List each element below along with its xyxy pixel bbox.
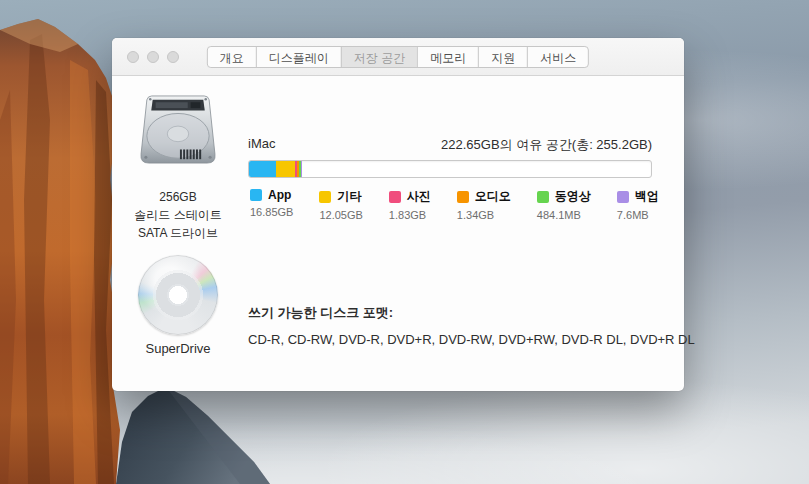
legend-swatch: [537, 191, 549, 203]
storage-legend: App16.85GB기타12.05GB사진1.83GB오디오1.34GB동영상4…: [250, 188, 659, 221]
legend-value: 7.6MB: [617, 209, 659, 221]
zoom-button[interactable]: [167, 51, 179, 63]
legend-label: App: [268, 188, 291, 202]
tab-bar: 개요디스플레이저장 공간메모리지원서비스: [207, 46, 589, 68]
tab-지원[interactable]: 지원: [478, 47, 527, 67]
superdrive-label: SuperDrive: [126, 341, 230, 356]
legend-label: 오디오: [475, 188, 511, 205]
legend-item-기타: 기타12.05GB: [319, 188, 362, 221]
legend-value: 1.83GB: [389, 209, 431, 221]
bar-segment-App: [249, 161, 276, 177]
writable-formats-title: 쓰기 가능한 디스크 포맷:: [248, 304, 393, 322]
legend-swatch: [617, 191, 629, 203]
free-space-text: 222.65GB의 여유 공간(총: 255.2GB): [441, 136, 652, 154]
legend-item-App: App16.85GB: [250, 188, 293, 221]
tab-저장 공간[interactable]: 저장 공간: [341, 47, 417, 67]
about-this-mac-window: 개요디스플레이저장 공간메모리지원서비스: [112, 38, 684, 391]
legend-value: 1.34GB: [457, 209, 511, 221]
legend-label: 동영상: [555, 188, 591, 205]
tab-서비스[interactable]: 서비스: [527, 47, 588, 67]
legend-swatch: [389, 191, 401, 203]
legend-label: 사진: [407, 188, 431, 205]
legend-value: 12.05GB: [319, 209, 362, 221]
drive-caption-line: SATA 드라이브: [126, 224, 230, 242]
writable-formats-list: CD-R, CD-RW, DVD-R, DVD+R, DVD-RW, DVD+R…: [248, 332, 695, 347]
legend-value: 16.85GB: [250, 206, 293, 218]
storage-pane: 256GB솔리드 스테이트SATA 드라이브 SuperDrive iMac 2…: [112, 76, 684, 390]
internal-hard-drive-icon: [139, 94, 217, 170]
legend-label: 기타: [337, 188, 361, 205]
close-button[interactable]: [127, 51, 139, 63]
traffic-lights: [127, 51, 179, 63]
legend-swatch: [250, 189, 262, 201]
tab-개요[interactable]: 개요: [208, 47, 256, 67]
legend-item-사진: 사진1.83GB: [389, 188, 431, 221]
drive-caption: 256GB솔리드 스테이트SATA 드라이브: [126, 188, 230, 242]
bar-segment-기타: [276, 161, 295, 177]
bar-segment-백업: [301, 161, 302, 177]
tab-디스플레이[interactable]: 디스플레이: [256, 47, 341, 67]
legend-item-동영상: 동영상484.1MB: [537, 188, 591, 221]
drive-caption-line: 256GB: [126, 188, 230, 206]
legend-value: 484.1MB: [537, 209, 591, 221]
legend-swatch: [319, 191, 331, 203]
legend-item-백업: 백업7.6MB: [617, 188, 659, 221]
drive-caption-line: 솔리드 스테이트: [126, 206, 230, 224]
device-name: iMac: [248, 136, 275, 154]
titlebar[interactable]: 개요디스플레이저장 공간메모리지원서비스: [112, 38, 684, 76]
cd-disc-icon: [138, 255, 218, 335]
legend-swatch: [457, 191, 469, 203]
tab-메모리[interactable]: 메모리: [417, 47, 478, 67]
storage-bar: [248, 160, 652, 178]
minimize-button[interactable]: [147, 51, 159, 63]
legend-label: 백업: [635, 188, 659, 205]
legend-item-오디오: 오디오1.34GB: [457, 188, 511, 221]
